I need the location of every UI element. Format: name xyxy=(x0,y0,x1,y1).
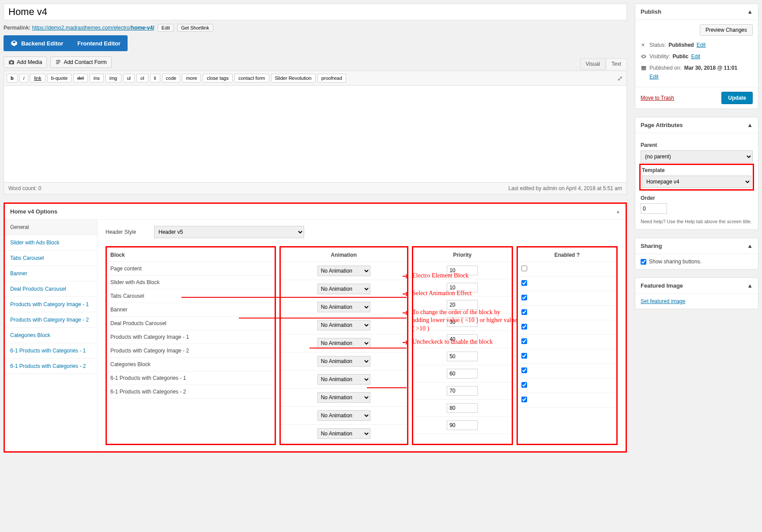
block-name: Page content xyxy=(108,262,274,276)
nav-6-1-products-1[interactable]: 6-1 Products with Categories - 1 xyxy=(5,343,97,359)
move-to-trash-link[interactable]: Move to Trash xyxy=(641,95,674,101)
featured-image-box: Featured Image▲ Set featured image xyxy=(635,277,758,309)
animation-select[interactable]: No Animation xyxy=(317,338,370,348)
qt-code[interactable]: code xyxy=(162,74,181,82)
animation-select[interactable]: No Animation xyxy=(317,302,370,312)
enabled-checkbox[interactable] xyxy=(521,382,527,388)
parent-label: Parent xyxy=(641,142,753,148)
frontend-editor-tab[interactable]: Frontend Editor xyxy=(70,35,128,51)
page-attr-header[interactable]: Page Attributes▲ xyxy=(635,117,758,133)
nav-general[interactable]: General xyxy=(5,220,97,235)
priority-input[interactable] xyxy=(447,420,478,430)
th-animation: Animation xyxy=(282,248,406,262)
qt-closetags[interactable]: close tags xyxy=(203,74,233,82)
nav-tabs-carousel[interactable]: Tabs Carousel xyxy=(5,251,97,266)
qt-img[interactable]: img xyxy=(106,74,121,82)
qt-proofread[interactable]: proofread xyxy=(317,74,346,82)
enabled-checkbox[interactable] xyxy=(521,367,527,373)
edit-date-link[interactable]: Edit xyxy=(649,74,753,80)
qt-bquote[interactable]: b-quote xyxy=(47,74,72,82)
set-featured-image-link[interactable]: Set featured image xyxy=(641,298,685,304)
nav-products-cat-1[interactable]: Products with Category Image - 1 xyxy=(5,297,97,312)
order-input[interactable] xyxy=(641,203,667,214)
animation-select[interactable]: No Animation xyxy=(317,356,370,367)
priority-input[interactable] xyxy=(447,283,478,292)
nav-banner[interactable]: Banner xyxy=(5,266,97,281)
parent-select[interactable]: (no parent) xyxy=(641,150,753,163)
priority-input[interactable] xyxy=(447,317,478,327)
last-edited: Last edited by admin on April 4, 2018 at… xyxy=(508,185,622,191)
priority-input[interactable] xyxy=(447,300,478,310)
priority-input[interactable] xyxy=(447,369,478,378)
enabled-checkbox[interactable] xyxy=(521,295,527,300)
enabled-checkbox[interactable] xyxy=(521,266,527,271)
fullscreen-icon[interactable]: ⤢ xyxy=(617,75,623,82)
text-tab[interactable]: Text xyxy=(606,58,627,70)
qt-slider-rev[interactable]: Slider Revolution xyxy=(271,74,316,82)
quicktag-toolbar: b i link b-quote del ins img ul ol li co… xyxy=(4,71,627,86)
animation-select[interactable]: No Animation xyxy=(317,374,370,385)
add-media-button[interactable]: Add Media xyxy=(4,56,47,68)
sharing-checkbox-label[interactable]: Show sharing buttons. xyxy=(641,259,753,265)
priority-input[interactable] xyxy=(447,386,478,396)
edit-status-link[interactable]: Edit xyxy=(697,42,706,48)
qt-i[interactable]: i xyxy=(19,74,28,82)
featured-image-header[interactable]: Featured Image▲ xyxy=(635,278,758,294)
qt-contact-form[interactable]: contact form xyxy=(234,74,269,82)
add-contact-form-button[interactable]: Add Contact Form xyxy=(50,56,111,68)
qt-b[interactable]: b xyxy=(7,74,18,82)
block-name: 6-1 Products with Categories - 2 xyxy=(108,385,274,399)
qt-del[interactable]: del xyxy=(73,74,88,82)
qt-link[interactable]: link xyxy=(30,74,45,82)
enabled-checkbox[interactable] xyxy=(521,338,527,344)
animation-select[interactable]: No Animation xyxy=(317,320,370,330)
permalink-url[interactable]: https://demo2.madrasthemes.com/electro/h… xyxy=(32,25,155,31)
nav-slider-ads[interactable]: Slider with Ads Block xyxy=(5,235,97,251)
animation-select[interactable]: No Animation xyxy=(317,266,370,276)
content-textarea[interactable] xyxy=(4,86,627,183)
animation-select[interactable]: No Animation xyxy=(317,284,370,294)
publish-header[interactable]: Publish▲ xyxy=(635,4,758,20)
animation-select[interactable]: No Animation xyxy=(317,392,370,403)
block-name: Products with Category Image - 2 xyxy=(108,344,274,358)
priority-input[interactable] xyxy=(447,403,478,413)
animation-select[interactable]: No Animation xyxy=(317,410,370,421)
priority-input[interactable] xyxy=(447,334,478,344)
priority-input[interactable] xyxy=(447,352,478,361)
enabled-checkbox[interactable] xyxy=(521,309,527,315)
visual-tab[interactable]: Visual xyxy=(580,58,606,70)
nav-6-1-products-2[interactable]: 6-1 Products with Categories - 2 xyxy=(5,359,97,374)
enabled-checkbox[interactable] xyxy=(521,353,527,359)
update-button[interactable]: Update xyxy=(721,92,753,104)
page-title-input[interactable] xyxy=(4,4,627,20)
preview-changes-button[interactable]: Preview Changes xyxy=(700,24,753,36)
qt-li[interactable]: li xyxy=(150,74,160,82)
sharing-header[interactable]: Sharing▲ xyxy=(635,238,758,254)
form-icon xyxy=(55,59,61,65)
enabled-checkbox[interactable] xyxy=(521,280,527,286)
nav-deal-products[interactable]: Deal Products Carousel xyxy=(5,281,97,297)
animation-select[interactable]: No Animation xyxy=(317,428,370,439)
word-count: Word count: 0 xyxy=(8,185,41,191)
edit-visibility-link[interactable]: Edit xyxy=(691,53,700,60)
collapse-icon: ▲ xyxy=(747,122,753,128)
edit-permalink-button[interactable]: Edit xyxy=(158,24,174,32)
enabled-checkbox[interactable] xyxy=(521,324,527,330)
qt-ul[interactable]: ul xyxy=(123,74,135,82)
options-header[interactable]: Home v4 Options ▲ xyxy=(5,204,626,220)
priority-input[interactable] xyxy=(447,266,478,275)
enabled-checkbox[interactable] xyxy=(521,397,527,402)
backend-editor-tab[interactable]: Backend Editor xyxy=(4,35,70,51)
collapse-icon: ▲ xyxy=(747,282,753,289)
nav-categories-block[interactable]: Categories Block xyxy=(5,328,97,343)
qt-more[interactable]: more xyxy=(182,74,201,82)
nav-products-cat-2[interactable]: Products with Category Image - 2 xyxy=(5,312,97,328)
qt-ins[interactable]: ins xyxy=(90,74,104,82)
get-shortlink-button[interactable]: Get Shortlink xyxy=(177,24,213,32)
template-select[interactable]: Homepage v4 xyxy=(642,176,751,188)
block-name: Categories Block xyxy=(108,358,274,371)
qt-ol[interactable]: ol xyxy=(136,74,148,82)
header-style-select[interactable]: Header v5 xyxy=(154,226,304,238)
sharing-checkbox[interactable] xyxy=(641,259,646,265)
sharing-box: Sharing▲ Show sharing buttons. xyxy=(635,238,758,270)
